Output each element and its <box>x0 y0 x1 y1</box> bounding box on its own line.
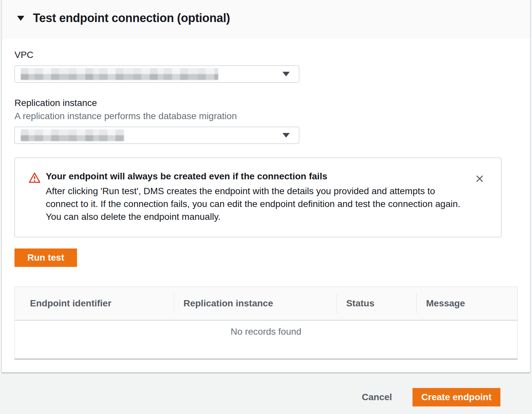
replication-instance-field: Replication instance A replication insta… <box>14 98 518 144</box>
replication-instance-description: A replication instance performs the data… <box>14 111 518 121</box>
table-header-row: Endpoint identifier Replication instance… <box>15 287 517 321</box>
close-icon[interactable] <box>473 172 487 186</box>
triangle-down-icon[interactable] <box>17 16 24 21</box>
warning-content: Your endpoint will always be created eve… <box>46 171 466 223</box>
column-header-replication-instance: Replication instance <box>173 287 336 320</box>
replication-instance-redacted-value <box>21 129 124 141</box>
cancel-button[interactable]: Cancel <box>362 392 392 402</box>
panel-header[interactable]: Test endpoint connection (optional) <box>2 0 530 38</box>
warning-banner: Your endpoint will always be created eve… <box>14 158 501 237</box>
create-endpoint-button[interactable]: Create endpoint <box>412 388 500 406</box>
triangle-down-icon <box>282 72 290 76</box>
page: Test endpoint connection (optional) VPC … <box>0 0 532 414</box>
panel-body: VPC Replication instance A replication i… <box>2 38 530 373</box>
warning-title: Your endpoint will always be created eve… <box>46 171 466 182</box>
replication-instance-select[interactable] <box>14 127 299 144</box>
panel-title: Test endpoint connection (optional) <box>33 11 230 25</box>
column-header-message: Message <box>416 287 517 320</box>
footer-actions: Cancel Create endpoint <box>0 373 532 406</box>
vpc-label: VPC <box>14 50 518 60</box>
replication-instance-label: Replication instance <box>14 98 518 108</box>
test-results-table: Endpoint identifier Replication instance… <box>14 287 518 359</box>
triangle-down-icon <box>282 133 290 138</box>
table-empty-state: No records found <box>15 321 517 359</box>
vpc-select[interactable] <box>14 65 299 83</box>
column-header-status: Status <box>336 287 416 320</box>
column-header-endpoint-identifier: Endpoint identifier <box>15 287 173 320</box>
run-test-button[interactable]: Run test <box>14 248 77 267</box>
test-endpoint-connection-panel: Test endpoint connection (optional) VPC … <box>2 0 530 373</box>
vpc-redacted-value <box>21 68 218 80</box>
vpc-field: VPC <box>14 50 518 83</box>
warning-body: After clicking 'Run test', DMS creates t… <box>46 185 466 223</box>
warning-triangle-icon <box>29 172 40 185</box>
